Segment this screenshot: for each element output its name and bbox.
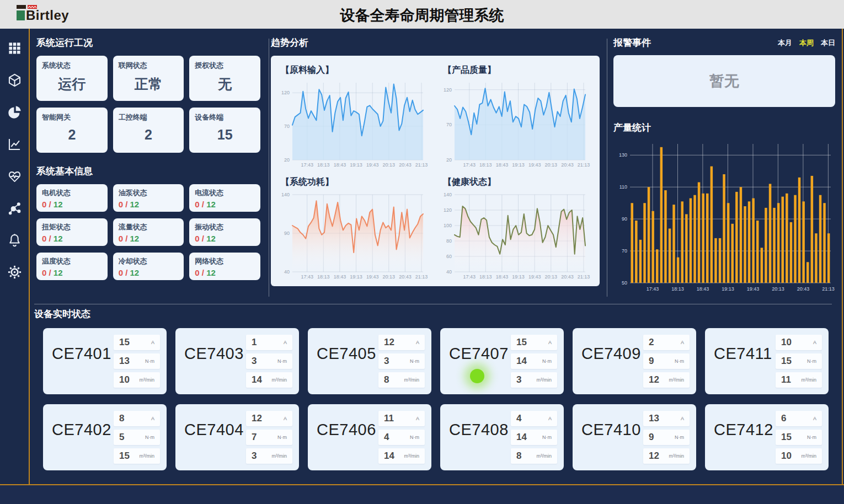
svg-text:17:43: 17:43: [647, 286, 659, 292]
device-metric-unit: N·m: [410, 358, 419, 364]
device-metric: 14m³/min: [246, 372, 292, 388]
svg-text:90: 90: [284, 230, 290, 236]
svg-text:90: 90: [622, 216, 627, 222]
device-metric: 6A: [776, 411, 822, 426]
svg-text:18:43: 18:43: [697, 286, 709, 292]
device-card[interactable]: CE741110A15N·m11m³/min: [705, 328, 829, 394]
device-card[interactable]: CE740115A13N·m10m³/min: [43, 328, 167, 394]
info-card-total-count: 12: [54, 268, 63, 277]
bell-icon[interactable]: [7, 233, 22, 248]
device-card[interactable]: CE74092A9N·m12m³/min: [573, 328, 696, 394]
device-metric-unit: N·m: [277, 358, 287, 364]
device-metric-unit: A: [548, 416, 552, 421]
device-metric: 15m³/min: [114, 448, 160, 464]
device-metric-unit: m³/min: [669, 377, 685, 383]
molecule-icon[interactable]: [7, 201, 22, 216]
device-metric-unit: N·m: [145, 358, 154, 364]
trend-chart-plot: 40608010012014017:4318:1318:4319:1319:43…: [440, 190, 591, 281]
svg-text:20:13: 20:13: [383, 274, 396, 280]
svg-text:21:13: 21:13: [578, 162, 590, 168]
gold-divider-left: [29, 29, 30, 484]
device-metric-value: 15: [119, 337, 130, 348]
trend-chart-plot: 207012017:4318:1318:4319:1319:4320:1320:…: [277, 78, 429, 169]
trend-title: 趋势分析: [271, 36, 600, 49]
device-metric-value: 12: [252, 413, 262, 424]
svg-text:20:43: 20:43: [561, 274, 574, 280]
info-card-alarm-count: 0 /: [195, 268, 206, 277]
device-metric: 8A: [114, 411, 160, 426]
sidebar-icon-list: [0, 29, 29, 280]
alarm-tab-1[interactable]: 本周: [799, 38, 814, 48]
device-card[interactable]: CE74084A14N·m8m³/min: [440, 404, 564, 470]
device-metric-value: 10: [119, 374, 130, 385]
device-metric-value: 12: [649, 451, 659, 462]
device-card[interactable]: CE741013A9N·m12m³/min: [573, 404, 696, 470]
svg-text:18:43: 18:43: [496, 274, 509, 280]
device-card[interactable]: CE740412A7N·m3m³/min: [175, 404, 299, 470]
info-card-total-count: 12: [54, 234, 63, 243]
status-card-label: 系统状态: [42, 61, 102, 71]
device-name: CE7412: [714, 421, 776, 464]
settings-icon[interactable]: [7, 265, 22, 280]
info-card: 冷却状态0 / 12: [113, 253, 184, 280]
svg-text:20:13: 20:13: [545, 162, 558, 168]
svg-text:20:13: 20:13: [545, 274, 558, 280]
device-metric-value: 14: [516, 356, 527, 367]
svg-text:20:43: 20:43: [399, 274, 412, 280]
status-card-value: 2: [42, 127, 102, 143]
health-pulse-icon[interactable]: [7, 169, 22, 184]
device-card[interactable]: CE740611A4N·m14m³/min: [308, 404, 431, 470]
production-title: 产量统计: [613, 121, 835, 134]
info-card-total-count: 12: [206, 234, 216, 243]
pie-chart-icon[interactable]: [7, 105, 22, 120]
svg-text:20:43: 20:43: [797, 286, 810, 292]
svg-text:120: 120: [444, 207, 452, 213]
trend-chart-raw_input: 【原料输入】207012017:4318:1318:4319:1319:4320…: [277, 62, 429, 169]
device-metric: 12A: [246, 411, 292, 426]
cube-icon[interactable]: [7, 73, 22, 88]
svg-text:21:13: 21:13: [415, 274, 428, 280]
device-metric-unit: N·m: [410, 435, 419, 440]
info-card-label: 流量状态: [119, 222, 179, 232]
device-name: CE7405: [317, 345, 378, 388]
info-card: 电机状态0 / 12: [36, 184, 108, 212]
svg-text:19:13: 19:13: [350, 162, 362, 168]
info-card: 网络状态0 / 12: [189, 253, 260, 280]
device-grid: CE740115A13N·m10m³/minCE74031A3N·m14m³/m…: [34, 328, 835, 470]
device-metric: 4N·m: [378, 430, 425, 445]
device-metric: 10m³/min: [114, 372, 160, 388]
trend-icon[interactable]: [7, 137, 22, 152]
device-card[interactable]: CE74028A5N·m15m³/min: [43, 404, 167, 470]
device-metric: 15N·m: [776, 430, 822, 445]
device-metric: 12m³/min: [643, 372, 690, 388]
device-metric: 15A: [511, 335, 557, 350]
device-card[interactable]: CE74126A15N·m10m³/min: [705, 404, 829, 470]
device-card[interactable]: CE74031A3N·m14m³/min: [175, 328, 299, 394]
svg-text:17:43: 17:43: [463, 162, 476, 168]
device-metrics: 11A4N·m14m³/min: [378, 411, 425, 464]
device-metric-value: 3: [516, 374, 521, 385]
device-metrics: 1A3N·m14m³/min: [246, 335, 292, 388]
device-metric-value: 12: [384, 337, 394, 348]
device-metric: 3N·m: [378, 353, 425, 369]
device-metric-value: 11: [384, 413, 394, 424]
device-metric-value: 13: [119, 356, 130, 367]
svg-text:17:43: 17:43: [463, 274, 476, 280]
trend-chart-card: 【原料输入】207012017:4318:1318:4319:1319:4320…: [271, 56, 600, 286]
device-card[interactable]: CE740512A3N·m8m³/min: [308, 328, 431, 394]
info-card-total-count: 12: [130, 234, 140, 243]
info-card-alarm-count: 0 /: [42, 200, 54, 209]
device-metrics: 4A14N·m8m³/min: [511, 411, 557, 464]
trend-chart-title: 【健康状态】: [443, 176, 591, 188]
status-card-label: 设备终端: [195, 112, 255, 122]
device-metric: 11A: [378, 411, 425, 426]
alarm-tab-2[interactable]: 本日: [821, 38, 835, 48]
svg-text:140: 140: [444, 192, 452, 197]
alarm-tab-0[interactable]: 本月: [778, 38, 792, 48]
device-metric-value: 4: [384, 432, 389, 443]
apps-grid-icon[interactable]: [7, 41, 22, 56]
production-chart: 50709011013017:4318:1318:4319:1319:4320:…: [613, 138, 835, 293]
device-metric-value: 14: [252, 374, 262, 385]
device-card[interactable]: CE740715A14N·m3m³/min: [440, 328, 564, 394]
device-metric-value: 11: [781, 374, 791, 385]
